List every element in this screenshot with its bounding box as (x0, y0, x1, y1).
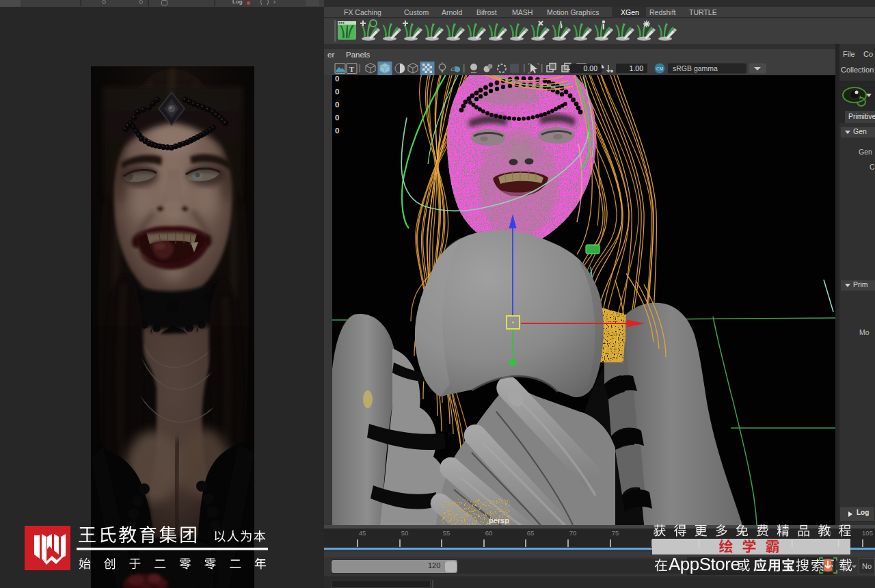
svg-text:0: 0 (335, 126, 339, 135)
svg-text:0: 0 (335, 113, 339, 122)
svg-text:sRGB gamma: sRGB gamma (673, 64, 718, 72)
svg-text:persp: persp (489, 516, 509, 524)
svg-text:CM: CM (656, 66, 663, 71)
svg-text:0: 0 (335, 101, 339, 109)
svg-text:1.00: 1.00 (630, 64, 644, 72)
svg-text:0: 0 (335, 75, 339, 83)
svg-text:0.00: 0.00 (584, 64, 598, 72)
svg-text:0: 0 (335, 88, 339, 96)
svg-text:T: T (349, 65, 355, 73)
